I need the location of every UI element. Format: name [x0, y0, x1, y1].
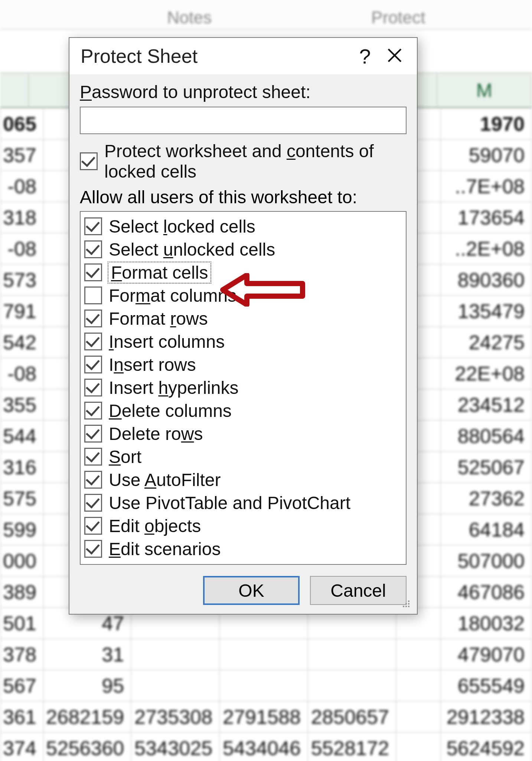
permission-option[interactable]: Select locked cells — [84, 215, 402, 238]
cell[interactable]: 59070 — [441, 139, 532, 171]
cell[interactable]: 2735308 — [131, 701, 219, 732]
help-icon[interactable]: ? — [350, 44, 380, 68]
permission-option[interactable]: Delete columns — [84, 399, 402, 422]
cell[interactable] — [396, 639, 441, 670]
cell[interactable] — [308, 639, 396, 670]
cell[interactable]: 316 — [0, 451, 43, 483]
cell[interactable] — [219, 639, 308, 670]
cancel-button[interactable]: Cancel — [310, 576, 407, 605]
cell[interactable]: ..7E+08 — [441, 171, 532, 202]
password-input[interactable] — [80, 107, 407, 134]
permission-option[interactable]: Insert hyperlinks — [84, 376, 402, 399]
cell[interactable]: 355 — [0, 389, 43, 420]
cell[interactable]: 64184 — [441, 514, 532, 545]
permission-option[interactable]: Format cells — [84, 261, 402, 284]
cell[interactable] — [131, 639, 219, 670]
permission-checkbox[interactable] — [84, 425, 102, 443]
cell[interactable]: 655549 — [441, 670, 532, 701]
cell[interactable]: 065 — [0, 108, 43, 139]
cell[interactable]: 173654 — [441, 202, 532, 233]
cell[interactable]: 2850657 — [308, 701, 396, 732]
permission-checkbox[interactable] — [84, 494, 102, 512]
cell[interactable]: 361 — [0, 701, 43, 732]
cell[interactable]: 2912338 — [441, 701, 532, 732]
cell[interactable]: 357 — [0, 139, 43, 171]
permission-checkbox[interactable] — [84, 379, 102, 396]
permission-checkbox[interactable] — [84, 356, 102, 373]
permissions-listbox[interactable]: Select locked cellsSelect unlocked cells… — [80, 211, 407, 565]
cell[interactable]: 318 — [0, 202, 43, 233]
permission-checkbox[interactable] — [84, 540, 102, 558]
cell[interactable]: 389 — [0, 576, 43, 608]
cell[interactable]: 567 — [0, 670, 43, 701]
cell[interactable] — [396, 732, 441, 761]
permission-option[interactable]: Insert columns — [84, 330, 402, 353]
permission-checkbox[interactable] — [84, 286, 102, 304]
protect-contents-row[interactable]: Protect worksheet and contents of locked… — [80, 141, 407, 182]
cell[interactable]: 575 — [0, 483, 43, 514]
cell[interactable]: ..2E+08 — [441, 233, 532, 264]
permission-checkbox[interactable] — [84, 448, 102, 466]
cell[interactable]: 479070 — [441, 639, 532, 670]
permission-option[interactable]: Edit objects — [84, 514, 402, 537]
cell[interactable] — [131, 670, 219, 701]
permission-option[interactable]: Use AutoFilter — [84, 468, 402, 491]
cell[interactable]: 5343025 — [131, 732, 219, 761]
permission-checkbox[interactable] — [84, 240, 102, 258]
cell[interactable]: -08 — [0, 171, 43, 202]
cell[interactable]: 27362 — [441, 483, 532, 514]
permission-checkbox[interactable] — [84, 402, 102, 420]
cell[interactable]: 378 — [0, 639, 43, 670]
cell[interactable]: 5434046 — [219, 732, 308, 761]
cell[interactable]: 234512 — [441, 389, 532, 420]
cell[interactable]: 374 — [0, 732, 43, 761]
cell[interactable]: 573 — [0, 264, 43, 295]
cell[interactable]: 2682159 — [43, 701, 131, 732]
resize-grip-icon[interactable] — [401, 599, 409, 607]
close-icon[interactable] — [380, 48, 409, 65]
permission-checkbox[interactable] — [84, 333, 102, 350]
permission-option[interactable]: Insert rows — [84, 353, 402, 376]
permission-checkbox[interactable] — [84, 310, 102, 327]
cell[interactable]: 5528172 — [308, 732, 396, 761]
cell[interactable]: 135479 — [441, 295, 532, 327]
cell[interactable]: 24275 — [441, 327, 532, 358]
cell[interactable]: 5256360 — [43, 732, 131, 761]
cell[interactable]: 000 — [0, 545, 43, 576]
cell[interactable] — [396, 701, 441, 732]
column-header-M[interactable]: M — [437, 73, 532, 107]
permission-checkbox[interactable] — [84, 263, 102, 281]
permission-checkbox[interactable] — [84, 217, 102, 235]
permission-option[interactable]: Use PivotTable and PivotChart — [84, 491, 402, 514]
cell[interactable]: 467086 — [441, 576, 532, 608]
cell[interactable]: 31 — [43, 639, 131, 670]
cell[interactable]: -08 — [0, 233, 43, 264]
permission-checkbox[interactable] — [84, 471, 102, 489]
permission-option[interactable]: Format rows — [84, 307, 402, 330]
permission-option[interactable]: Edit scenarios — [84, 537, 402, 560]
cell[interactable]: 2791588 — [219, 701, 308, 732]
cell[interactable]: 880564 — [441, 420, 532, 451]
protect-contents-checkbox[interactable] — [80, 152, 98, 170]
cell[interactable] — [219, 670, 308, 701]
cell[interactable]: 1970 — [441, 108, 532, 139]
cell[interactable]: 791 — [0, 295, 43, 327]
permission-option[interactable]: Select unlocked cells — [84, 238, 402, 261]
cell[interactable]: 507000 — [441, 545, 532, 576]
cell[interactable]: 501 — [0, 608, 43, 639]
permission-option[interactable]: Sort — [84, 445, 402, 468]
permission-checkbox[interactable] — [84, 517, 102, 535]
cell[interactable]: 95 — [43, 670, 131, 701]
cell[interactable]: 22E+08 — [441, 358, 532, 389]
cell[interactable]: 180032 — [441, 608, 532, 639]
permission-option[interactable]: Delete rows — [84, 422, 402, 445]
cell[interactable]: 890360 — [441, 264, 532, 295]
cell[interactable]: 542 — [0, 327, 43, 358]
cell[interactable]: 544 — [0, 420, 43, 451]
permission-option[interactable]: Format columns — [84, 284, 402, 307]
ok-button[interactable]: OK — [203, 576, 300, 605]
cell[interactable]: 5624592 — [441, 732, 532, 761]
cell[interactable]: -08 — [0, 358, 43, 389]
cell[interactable] — [396, 670, 441, 701]
cell[interactable]: 525067 — [441, 451, 532, 483]
